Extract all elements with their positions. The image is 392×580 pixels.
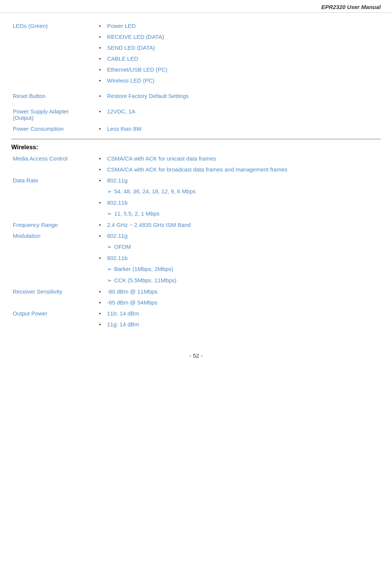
- leds-item-4: CABLE LED: [106, 53, 381, 64]
- data-rate-item-1: 802.11g: [106, 175, 381, 186]
- table-row: Data Rate • 802.11g: [11, 175, 381, 186]
- media-access-item-1: CSMA/CA with ACK for unicast data frames: [106, 153, 381, 164]
- bullet-icon: •: [94, 253, 106, 263]
- leds-item-1: Power LED: [106, 20, 381, 31]
- modulation-item-4: ➢Barker (1Mbps, 2Mbps): [106, 263, 381, 275]
- power-supply-item-1: 12VDC, 1A: [106, 106, 381, 123]
- bullet-icon: •: [94, 297, 106, 308]
- table-row: Reset Button • Restore Factory Default S…: [11, 90, 381, 101]
- leds-label: LEDs (Green): [11, 20, 94, 86]
- power-consumption-item-1: Less than 8W: [106, 123, 381, 134]
- bullet-icon: [94, 186, 106, 197]
- bullet-icon: •: [94, 42, 106, 53]
- media-access-label: Media Access Control: [11, 153, 94, 175]
- table-row: LEDs (Green) • Power LED: [11, 20, 381, 31]
- bullet-icon: •: [94, 106, 106, 123]
- output-power-item-1: 11b: 14 dBm: [106, 308, 381, 319]
- power-supply-label: Power Supply Adapter(Output): [11, 106, 94, 123]
- leds-item-5: Ethernet/USB LED (PC): [106, 64, 381, 75]
- bullet-icon: •: [94, 319, 106, 330]
- media-access-item-2: CSMA/CA with ACK for broadcast data fram…: [106, 164, 381, 175]
- bullet-icon: •: [94, 175, 106, 186]
- modulation-item-2: ➢OFDM: [106, 241, 381, 253]
- spec-table: LEDs (Green) • Power LED • RECEIVE LED (…: [11, 20, 381, 330]
- bullet-icon: •: [94, 53, 106, 64]
- output-power-label: Output Power: [11, 308, 94, 330]
- table-row: Power Consumption • Less than 8W: [11, 123, 381, 134]
- bullet-icon: •: [94, 123, 106, 134]
- wireless-section-header: Wireless:: [11, 139, 381, 153]
- bullet-icon: •: [94, 31, 106, 42]
- wireless-title: Wireless:: [11, 144, 38, 150]
- bullet-icon: •: [94, 90, 106, 101]
- bullet-icon: •: [94, 219, 106, 230]
- bullet-icon: •: [94, 197, 106, 208]
- bullet-icon: •: [94, 64, 106, 75]
- bullet-icon: •: [94, 20, 106, 31]
- table-row: Power Supply Adapter(Output) • 12VDC, 1A: [11, 106, 381, 123]
- frequency-label: Frequency Range: [11, 219, 94, 230]
- leds-item-3: SEND LED (DATA): [106, 42, 381, 53]
- frequency-item-1: 2.4 GHz ~ 2.4835 GHz ISM Band: [106, 219, 381, 230]
- bullet-icon: •: [94, 286, 106, 297]
- table-row: Receiver Sensitivity • -80 dBm @ 11Mbps: [11, 286, 381, 297]
- receiver-label: Receiver Sensitivity: [11, 286, 94, 308]
- modulation-item-5: ➢CCK (5.5Mbps, 11Mbps): [106, 275, 381, 286]
- header: EPR2320 User Manual: [0, 0, 392, 13]
- leds-item-6: Wireless LED (PC): [106, 75, 381, 86]
- bullet-icon: [94, 241, 106, 253]
- table-row: Modulation • 802.11g: [11, 230, 381, 241]
- bullet-icon: •: [94, 164, 106, 175]
- spacer: [11, 134, 381, 139]
- power-consumption-label: Power Consumption: [11, 123, 94, 134]
- header-title: EPR2320 User Manual: [321, 4, 381, 10]
- page-content: LEDs (Green) • Power LED • RECEIVE LED (…: [0, 13, 392, 345]
- table-row: Frequency Range • 2.4 GHz ~ 2.4835 GHz I…: [11, 219, 381, 230]
- leds-item-2: RECEIVE LED (DATA): [106, 31, 381, 42]
- bullet-icon: [94, 275, 106, 286]
- bullet-icon: •: [94, 308, 106, 319]
- data-rate-item-2: ➢54, 48, 36, 24, 18, 12, 9, 6 Mbps: [106, 186, 381, 197]
- data-rate-item-3: 802.11b: [106, 197, 381, 208]
- data-rate-label: Data Rate: [11, 175, 94, 219]
- bullet-icon: •: [94, 75, 106, 86]
- output-power-item-2: 11g: 14 dBm: [106, 319, 381, 330]
- receiver-item-1: -80 dBm @ 11Mbps: [106, 286, 381, 297]
- modulation-item-3: 802.11b: [106, 253, 381, 263]
- table-row: Media Access Control • CSMA/CA with ACK …: [11, 153, 381, 164]
- bullet-icon: [94, 208, 106, 219]
- data-rate-item-4: ➢11, 5.5, 2, 1 Mbps: [106, 208, 381, 219]
- reset-label: Reset Button: [11, 90, 94, 101]
- table-row: Output Power • 11b: 14 dBm: [11, 308, 381, 319]
- bullet-icon: [94, 263, 106, 275]
- page-number: - 52 -: [0, 345, 392, 363]
- bullet-icon: •: [94, 230, 106, 241]
- reset-item-1: Restore Factory Default Settings: [106, 90, 381, 101]
- modulation-label: Modulation: [11, 230, 94, 286]
- modulation-item-1: 802.11g: [106, 230, 381, 241]
- bullet-icon: •: [94, 153, 106, 164]
- spacer: [11, 101, 381, 106]
- receiver-item-2: -65 dBm @ 54Mbps: [106, 297, 381, 308]
- spacer: [11, 86, 381, 90]
